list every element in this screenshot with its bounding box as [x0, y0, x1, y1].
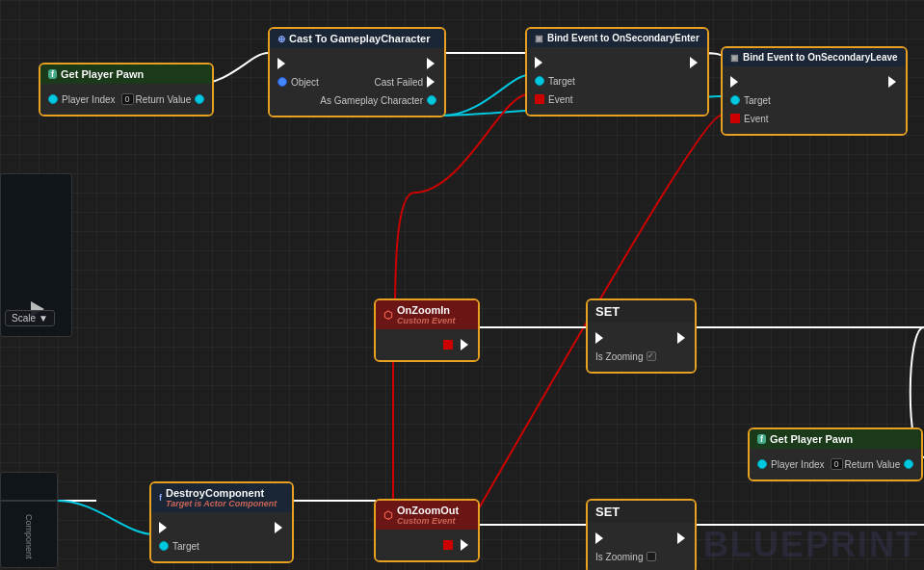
- blueprint-canvas[interactable]: f Get Player Pawn Player Index 0 Return …: [0, 0, 924, 570]
- bind-enter-event-label: Event: [548, 94, 573, 105]
- set-node-2[interactable]: SET Is Zooming: [586, 499, 697, 570]
- player-index-label-2: Player Index: [771, 459, 825, 470]
- cast-header: ⊕ Cast To GameplayCharacter: [270, 29, 444, 48]
- destroy-component-header: f DestroyComponent Target is Actor Compo…: [151, 483, 292, 512]
- bind-enter-icon: ▣: [535, 34, 543, 43]
- component-label: Component: [24, 514, 34, 559]
- cast-failed-exec[interactable]: [427, 76, 436, 88]
- bind-leave-exec-in[interactable]: [730, 76, 740, 88]
- on-zoom-in-node[interactable]: ⬡ OnZoomIn Custom Event: [374, 298, 480, 362]
- bind-event-secondary-enter-node[interactable]: ▣ Bind Event to OnSecondaryEnter: [525, 27, 709, 117]
- scale-label: Scale: [12, 313, 36, 324]
- get-player-pawn-header-2: f Get Player Pawn: [750, 429, 921, 449]
- destroy-component-body: Target: [151, 512, 292, 561]
- svg-marker-6: [888, 76, 896, 88]
- on-zoom-in-body: [376, 329, 478, 360]
- on-zoom-in-header: ⬡ OnZoomIn Custom Event: [376, 300, 478, 329]
- destroy-component-node[interactable]: f DestroyComponent Target is Actor Compo…: [149, 481, 294, 563]
- on-zoom-out-exec-out[interactable]: [461, 539, 470, 551]
- destroy-exec-in[interactable]: [159, 522, 169, 533]
- get-player-pawn-body-1: Player Index 0 Return Value: [40, 84, 212, 115]
- bind-leave-header: ▣ Bind Event to OnSecondaryLeave: [723, 48, 906, 66]
- bind-leave-event-label: Event: [744, 114, 769, 124]
- bind-leave-icon: ▣: [730, 53, 739, 63]
- destroy-icon: f: [159, 493, 162, 503]
- player-index-label: Player Index: [62, 94, 116, 105]
- object-label: Object: [291, 77, 319, 88]
- is-zooming-checkbox-1[interactable]: [647, 351, 656, 361]
- set-2-header: SET: [588, 501, 695, 523]
- on-zoom-out-event-pin[interactable]: [443, 540, 453, 550]
- destroy-component-title: DestroyComponent: [166, 487, 277, 499]
- on-zoom-in-title: OnZoomIn: [397, 304, 456, 316]
- destroy-exec-out[interactable]: [275, 522, 284, 533]
- function-icon-1: f: [48, 69, 57, 79]
- player-index-value[interactable]: 0: [121, 93, 134, 105]
- get-player-pawn-node-1[interactable]: f Get Player Pawn Player Index 0 Return …: [39, 63, 214, 117]
- return-value-label-1: Return Value: [136, 94, 192, 105]
- svg-marker-9: [595, 332, 603, 344]
- on-zoom-in-event-pin[interactable]: [443, 340, 453, 350]
- set-1-header: SET: [588, 300, 695, 323]
- bind-enter-target-pin[interactable]: [535, 76, 544, 86]
- return-value-pin-2[interactable]: [904, 459, 913, 469]
- bind-leave-event-pin[interactable]: [730, 114, 740, 123]
- set-2-body: Is Zooming: [588, 523, 695, 570]
- bind-leave-body: Target Event: [723, 66, 906, 134]
- bind-enter-title: Bind Event to OnSecondaryEnter: [547, 33, 700, 43]
- exec-in-pin[interactable]: [277, 58, 287, 69]
- set-2-exec-out[interactable]: [677, 532, 687, 544]
- on-zoom-in-icon: ⬡: [383, 309, 393, 322]
- is-zooming-checkbox-2[interactable]: [647, 552, 656, 561]
- svg-marker-5: [730, 76, 738, 88]
- set-1-body: Is Zooming: [588, 323, 695, 372]
- bind-enter-event-pin[interactable]: [535, 94, 544, 104]
- return-value-label-2: Return Value: [845, 459, 901, 470]
- bind-enter-body: Target Event: [527, 47, 707, 115]
- cast-title: Cast To GameplayCharacter: [289, 33, 431, 44]
- bind-leave-exec-out[interactable]: [888, 76, 898, 88]
- svg-marker-13: [461, 539, 468, 551]
- scale-control[interactable]: Scale ▼: [5, 310, 55, 326]
- svg-marker-10: [677, 332, 685, 344]
- get-player-pawn-body-2: Player Index 0 Return Value: [750, 449, 921, 479]
- bind-enter-exec-in[interactable]: [535, 57, 544, 68]
- svg-marker-3: [535, 57, 542, 68]
- set-1-exec-out[interactable]: [677, 332, 687, 344]
- destroy-target-pin[interactable]: [159, 541, 169, 551]
- get-player-pawn-title-2: Get Player Pawn: [770, 433, 853, 445]
- return-value-pin-1[interactable]: [195, 94, 204, 104]
- cast-body: Object Cast Failed As Gameplay Character: [270, 48, 444, 116]
- object-pin[interactable]: [277, 77, 287, 87]
- cast-to-gameplay-character-node[interactable]: ⊕ Cast To GameplayCharacter: [268, 27, 446, 117]
- set-1-exec-in[interactable]: [595, 332, 605, 344]
- scale-dropdown-icon[interactable]: ▼: [39, 313, 48, 324]
- on-zoom-out-icon: ⬡: [383, 509, 393, 522]
- player-index-value-2[interactable]: 0: [831, 458, 843, 470]
- on-zoom-out-node[interactable]: ⬡ OnZoomOut Custom Event: [374, 499, 480, 562]
- as-gameplay-char-label: As Gameplay Character: [320, 95, 423, 106]
- on-zoom-in-subtitle: Custom Event: [397, 316, 456, 325]
- watermark: BLUEPRINT: [699, 520, 924, 570]
- svg-marker-2: [427, 76, 435, 88]
- exec-out-pin[interactable]: [427, 58, 436, 69]
- as-gameplay-char-pin[interactable]: [427, 95, 436, 105]
- set-2-exec-in[interactable]: [595, 532, 605, 544]
- get-player-pawn-node-2[interactable]: f Get Player Pawn Player Index 0 Return …: [748, 428, 923, 481]
- svg-marker-14: [595, 532, 603, 544]
- get-player-pawn-title-1: Get Player Pawn: [61, 68, 144, 80]
- destroy-target-label: Target: [172, 541, 199, 552]
- is-zooming-label-1: Is Zooming: [595, 351, 643, 362]
- player-index-pin-2[interactable]: [757, 459, 767, 469]
- is-zooming-label-2: Is Zooming: [595, 552, 643, 562]
- bind-enter-exec-out[interactable]: [690, 57, 700, 68]
- set-node-1[interactable]: SET Is Zooming: [586, 298, 697, 374]
- cast-failed-label: Cast Failed: [374, 77, 423, 88]
- bind-leave-target-pin[interactable]: [730, 95, 740, 105]
- on-zoom-in-exec-out[interactable]: [461, 339, 470, 350]
- bind-event-secondary-leave-node[interactable]: ▣ Bind Event to OnSecondaryLeave: [721, 46, 908, 136]
- component-panel: Component: [0, 472, 58, 568]
- bind-leave-title: Bind Event to OnSecondaryLeave: [743, 52, 898, 63]
- player-index-pin[interactable]: [48, 94, 58, 104]
- bind-enter-header: ▣ Bind Event to OnSecondaryEnter: [527, 29, 707, 47]
